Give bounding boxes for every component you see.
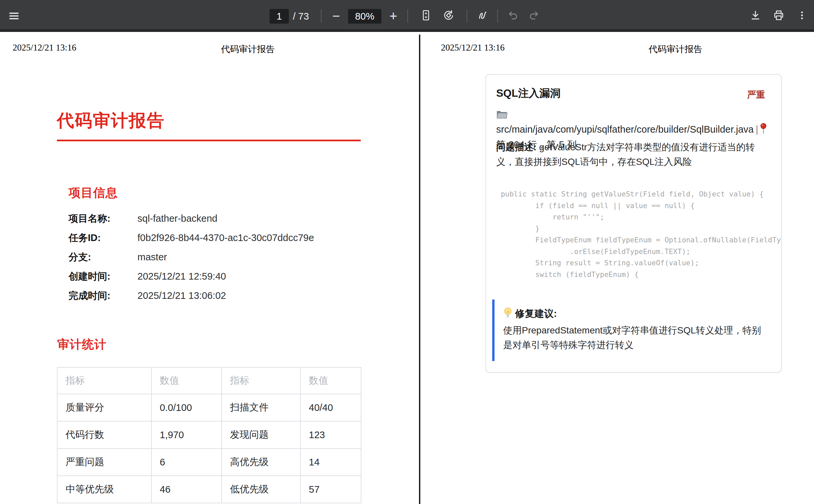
code-snippet: public static String getValueStr(Field f… [501, 189, 781, 283]
table-header-row: 指标 数值 指标 数值 [57, 367, 361, 394]
print-icon [773, 9, 785, 23]
issue-description: 问题描述: getValueStr方法对字符串类型的值没有进行适当的转义，直接拼… [496, 140, 764, 169]
table-cell: 中等优先级 [57, 476, 151, 503]
lightbulb-icon [503, 307, 512, 323]
field-row: 分支: master [68, 251, 314, 270]
toolbar-divider [407, 9, 408, 23]
pushpin-icon [760, 123, 767, 138]
field-row: 任务ID: f0b2f926-8b44-4370-ac1c-30c07ddcc7… [68, 231, 314, 251]
field-label: 完成时间: [68, 289, 135, 303]
table-cell: 高优先级 [222, 448, 301, 476]
redo-button[interactable] [526, 9, 541, 23]
table-cell: 质量评分 [57, 394, 151, 421]
rotate-icon [443, 9, 455, 23]
field-row: 完成时间: 2025/12/21 13:06:02 [68, 289, 314, 309]
column-header: 指标 [57, 367, 151, 394]
table-row: 质量评分 0.0/100 扫描文件 40/40 [57, 394, 361, 421]
annotate-pen-icon [476, 9, 488, 23]
undo-icon [507, 9, 519, 23]
table-row: 中等优先级 46 低优先级 57 [57, 476, 361, 503]
print-header-datetime: 2025/12/21 13:16 [441, 43, 504, 53]
field-label: 项目名称: [68, 212, 135, 225]
report-title: 代码审计报告 [57, 109, 165, 132]
title-underline [57, 140, 361, 141]
minus-icon: − [332, 9, 340, 23]
zoom-out-button[interactable]: − [329, 9, 343, 23]
toolbar-divider [467, 9, 467, 23]
table-cell: 扫描文件 [222, 394, 301, 421]
fix-suggestion-label: 修复建议: [515, 308, 557, 319]
pdf-toolbar: 1 / 73 − 80% + [0, 0, 814, 32]
rotate-button[interactable] [441, 9, 456, 23]
zoom-in-button[interactable]: + [386, 9, 401, 23]
table-cell: 123 [301, 421, 361, 448]
file-path: src/main/java/com/yupi/sqlfather/core/bu… [496, 124, 754, 135]
fit-page-icon [420, 9, 432, 23]
pdf-viewer: 1 / 73 − 80% + [0, 0, 814, 504]
table-row: 代码行数 1,970 发现问题 123 [57, 421, 361, 448]
menu-button[interactable] [7, 9, 21, 24]
document-area: 2025/12/21 13:16 代码审计报告 代码审计报告 项目信息 项目名称… [0, 35, 814, 504]
table-cell: 低优先级 [222, 476, 301, 503]
print-header-title: 代码审计报告 [649, 43, 703, 55]
field-value: sql-father-backend [137, 213, 217, 224]
path-separator: | [754, 124, 760, 135]
description-label: 问题描述: [496, 142, 536, 152]
section-heading-audit-stats: 审计统计 [57, 336, 106, 353]
table-cell: 46 [151, 476, 222, 503]
field-label: 创建时间: [68, 270, 135, 283]
page-count-label: / 73 [293, 11, 309, 22]
field-value: 2025/12/21 13:06:02 [137, 290, 226, 301]
download-button[interactable] [748, 9, 763, 23]
section-heading-project-info: 项目信息 [68, 185, 118, 201]
zoom-level-input[interactable]: 80% [348, 9, 381, 24]
table-cell: 严重问题 [57, 448, 151, 476]
field-label: 任务ID: [68, 231, 135, 245]
table-cell: 14 [301, 448, 361, 476]
more-options-icon [796, 9, 808, 23]
annotate-button[interactable] [475, 9, 490, 23]
table-cell: 发现问题 [222, 421, 301, 448]
column-header: 数值 [151, 367, 222, 394]
undo-button[interactable] [506, 9, 520, 23]
toolbar-divider [497, 9, 498, 23]
folder-icon [496, 109, 507, 123]
table-cell: 1,970 [151, 421, 222, 448]
project-info-fields: 项目名称: sql-father-backend 任务ID: f0b2f926-… [68, 212, 314, 309]
page-number-input[interactable]: 1 [270, 9, 289, 24]
fix-suggestion-text: 使用PreparedStatement或对字符串值进行SQL转义处理，特别是对单… [503, 323, 762, 352]
menu-icon [8, 10, 20, 23]
table-cell: 40/40 [301, 394, 361, 421]
issue-card: SQL注入漏洞 严重 src/main/java/com/yupi/sqlfat… [485, 74, 782, 373]
field-value: f0b2f926-8b44-4370-ac1c-30c07ddcc79e [137, 232, 314, 243]
print-header-datetime: 2025/12/21 13:16 [13, 43, 76, 53]
column-header: 数值 [301, 367, 361, 394]
table-cell: 6 [151, 448, 222, 476]
table-cell: 0.0/100 [151, 394, 222, 421]
field-value: master [137, 252, 167, 262]
print-header-title: 代码审计报告 [221, 43, 275, 55]
pdf-page-2: 2025/12/21 13:16 代码审计报告 SQL注入漏洞 严重 src/m… [420, 35, 814, 504]
fit-page-button[interactable] [419, 9, 433, 23]
download-icon [749, 9, 761, 23]
more-options-button[interactable] [795, 9, 809, 23]
print-button[interactable] [771, 9, 786, 23]
field-value: 2025/12/21 12:59:40 [137, 271, 226, 282]
issue-title: SQL注入漏洞 [496, 86, 561, 101]
field-label: 分支: [68, 251, 135, 264]
table-cell: 57 [301, 476, 361, 503]
table-cell: 代码行数 [57, 421, 151, 448]
column-header: 指标 [222, 367, 301, 394]
toolbar-divider [321, 9, 322, 23]
fix-suggestion-box: 修复建议: 使用PreparedStatement或对字符串值进行SQL转义处理… [492, 300, 762, 361]
pdf-page-1: 2025/12/21 13:16 代码审计报告 代码审计报告 项目信息 项目名称… [0, 35, 419, 504]
table-row: 严重问题 6 高优先级 14 [57, 448, 361, 476]
redo-icon [528, 9, 540, 23]
severity-badge: 严重 [747, 89, 765, 101]
audit-stats-table: 指标 数值 指标 数值 质量评分 0.0/100 扫描文件 40/40 代码行数 [57, 367, 361, 503]
field-row: 创建时间: 2025/12/21 12:59:40 [68, 270, 314, 289]
plus-icon: + [389, 9, 397, 23]
field-row: 项目名称: sql-father-backend [68, 212, 314, 231]
